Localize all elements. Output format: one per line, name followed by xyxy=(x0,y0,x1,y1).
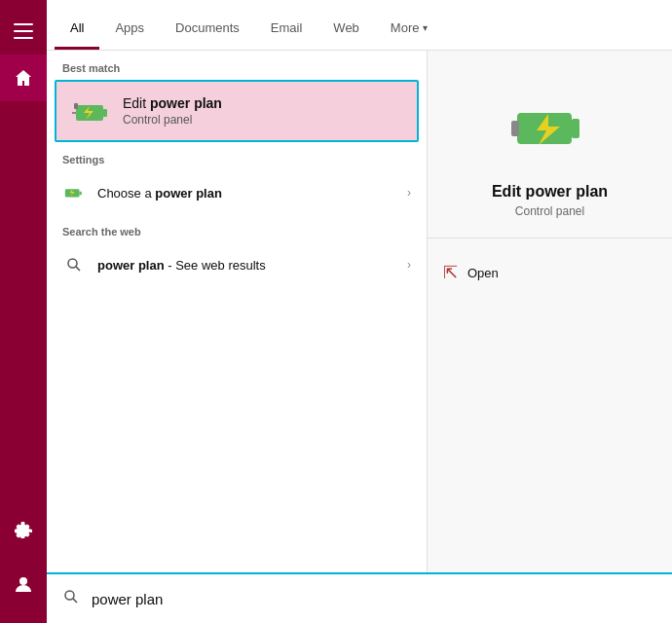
sidebar xyxy=(0,0,47,623)
tab-more[interactable]: More ▾ xyxy=(375,9,444,50)
svg-line-16 xyxy=(73,599,77,603)
magnifier-icon xyxy=(65,256,83,274)
sidebar-bottom xyxy=(0,506,47,607)
best-match-title-prefix: Edit xyxy=(123,95,150,111)
web-item-suffix: - See web results xyxy=(165,258,266,273)
search-magnifier-icon xyxy=(62,588,80,605)
search-bar xyxy=(47,572,672,623)
tab-web[interactable]: Web xyxy=(317,9,375,50)
gear-icon xyxy=(14,520,33,539)
settings-button[interactable] xyxy=(0,506,47,553)
web-section-label: Search the web xyxy=(47,214,427,243)
best-match-icon xyxy=(72,92,111,130)
chevron-right-icon: › xyxy=(407,186,411,200)
user-icon xyxy=(14,574,33,594)
hamburger-button[interactable] xyxy=(0,8,47,55)
svg-rect-5 xyxy=(74,103,78,109)
tabs-bar: All Apps Documents Email Web More ▾ xyxy=(47,0,672,51)
power-settings-icon xyxy=(63,182,85,203)
results-right-pane: Edit power plan Control panel ⇱ Open xyxy=(427,51,672,572)
search-input[interactable] xyxy=(92,591,656,607)
power-plan-icon xyxy=(72,77,111,145)
best-match-title-bold: power plan xyxy=(150,95,222,111)
main-content: All Apps Documents Email Web More ▾ Best… xyxy=(47,0,672,623)
detail-subtitle: Control panel xyxy=(515,204,584,218)
home-button[interactable] xyxy=(0,55,47,101)
settings-section-label: Settings xyxy=(47,142,427,171)
home-icon xyxy=(14,68,33,88)
sidebar-top xyxy=(0,8,47,101)
detail-power-plan-icon xyxy=(511,90,589,167)
search-panel: All Apps Documents Email Web More ▾ Best… xyxy=(47,0,672,572)
settings-item-bold: power plan xyxy=(155,186,222,201)
svg-point-9 xyxy=(68,259,77,268)
best-match-subtitle: Control panel xyxy=(123,113,222,127)
chevron-down-icon: ▾ xyxy=(423,22,428,33)
detail-open-action[interactable]: ⇱ Open xyxy=(428,254,672,291)
svg-point-0 xyxy=(19,577,27,585)
tab-apps[interactable]: Apps xyxy=(99,9,160,50)
svg-line-10 xyxy=(76,267,80,271)
svg-rect-14 xyxy=(511,121,519,136)
best-match-section-label: Best match xyxy=(47,51,427,80)
open-external-icon: ⇱ xyxy=(443,262,458,283)
settings-item-label: Choose a power plan xyxy=(97,186,407,201)
user-button[interactable] xyxy=(0,561,47,607)
results-left-pane: Best match xyxy=(47,51,427,572)
settings-item-choose-power-plan[interactable]: Choose a power plan › xyxy=(47,171,427,214)
best-match-item[interactable]: Edit power plan Control panel xyxy=(55,80,419,142)
hamburger-line-2 xyxy=(14,30,33,32)
hamburger-line-1 xyxy=(14,23,33,25)
detail-title: Edit power plan xyxy=(492,183,608,201)
svg-rect-7 xyxy=(80,192,82,196)
tab-all[interactable]: All xyxy=(55,9,99,50)
hamburger-line-3 xyxy=(14,37,33,39)
svg-rect-12 xyxy=(572,119,579,138)
search-bar-icon xyxy=(62,588,80,609)
search-icon xyxy=(62,253,86,276)
web-item-label: power plan - See web results xyxy=(97,258,407,273)
web-chevron-right-icon: › xyxy=(407,258,411,272)
web-item-bold: power plan xyxy=(97,258,165,273)
settings-item-prefix: Choose a xyxy=(97,186,155,201)
svg-rect-2 xyxy=(103,109,107,117)
results-area: Best match xyxy=(47,51,672,572)
detail-divider xyxy=(428,238,672,238)
tab-documents[interactable]: Documents xyxy=(160,9,255,50)
detail-icon xyxy=(511,90,589,167)
best-match-text: Edit power plan Control panel xyxy=(123,95,222,127)
best-match-title: Edit power plan xyxy=(123,95,222,111)
open-label: Open xyxy=(467,266,499,280)
settings-item-icon xyxy=(62,181,86,204)
svg-point-15 xyxy=(65,591,74,600)
tab-email[interactable]: Email xyxy=(255,9,318,50)
tab-more-label: More xyxy=(391,20,420,35)
web-search-item[interactable]: power plan - See web results › xyxy=(47,243,427,286)
